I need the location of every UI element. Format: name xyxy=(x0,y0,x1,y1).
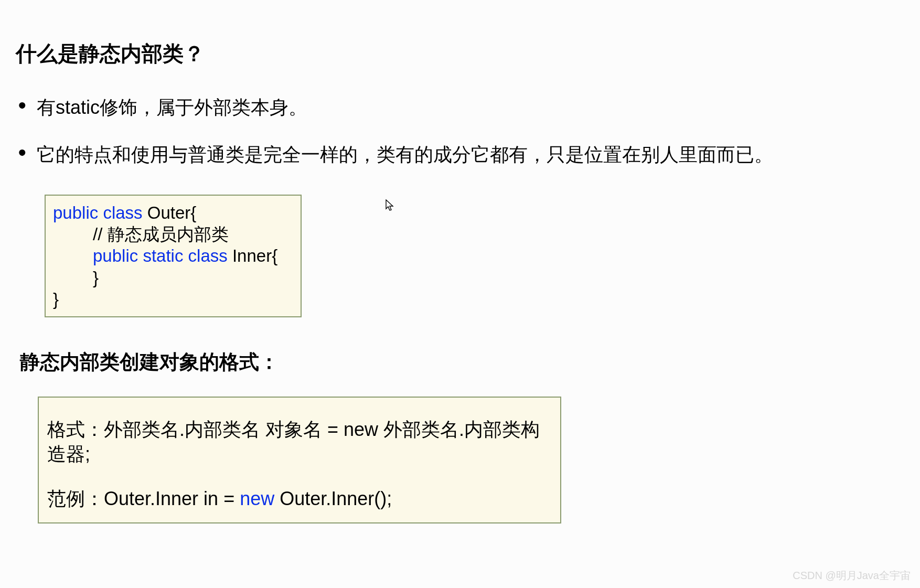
code-block-format: 格式：外部类名.内部类名 对象名 = new 外部类名.内部类构造器; 范例：O… xyxy=(38,397,561,523)
bullet-list: 有static修饰，属于外部类本身。 它的特点和使用与普通类是完全一样的，类有的… xyxy=(16,94,904,168)
code-text: Outer{ xyxy=(143,203,197,222)
code-comment: // 静态成员内部类 xyxy=(53,223,293,245)
keyword: new xyxy=(240,488,274,509)
code-line: public static class Inner{ xyxy=(53,245,293,266)
example-row: 范例：Outer.Inner in = new Outer.Inner(); xyxy=(47,487,552,511)
cursor-icon xyxy=(386,199,395,212)
bullet-item: 它的特点和使用与普通类是完全一样的，类有的成分它都有，只是位置在别人里面而已。 xyxy=(16,142,904,168)
heading-2: 静态内部类创建对象的格式： xyxy=(20,349,904,376)
code-text: 范例：Outer.Inner in = xyxy=(47,488,240,509)
code-text: Inner{ xyxy=(228,246,277,265)
code-text: Outer.Inner(); xyxy=(274,488,392,509)
code-brace: } xyxy=(53,267,293,288)
keyword: public class xyxy=(53,203,143,222)
keyword: public static class xyxy=(93,246,228,265)
format-row: 格式：外部类名.内部类名 对象名 = new 外部类名.内部类构造器; xyxy=(47,418,552,467)
code-brace: } xyxy=(53,290,59,309)
watermark: CSDN @明月Java全宇宙 xyxy=(793,569,911,583)
bullet-item: 有static修饰，属于外部类本身。 xyxy=(16,94,904,121)
code-block-outer-inner: public class Outer{ // 静态成员内部类 public st… xyxy=(45,195,302,317)
heading-1: 什么是静态内部类？ xyxy=(16,39,904,68)
